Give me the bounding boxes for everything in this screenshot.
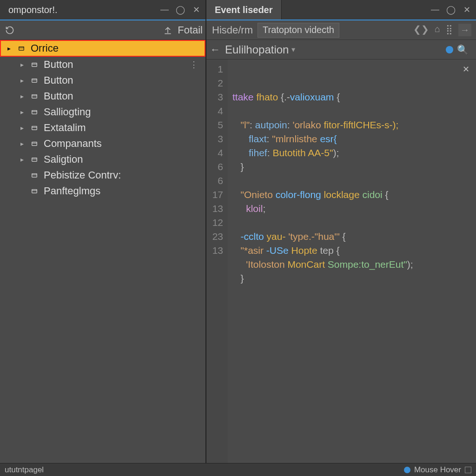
svg-rect-8: [32, 174, 37, 178]
line-number: 1: [206, 62, 223, 76]
status-indicator-icon: [404, 467, 410, 473]
tree-item-4[interactable]: ▸Salliogting: [0, 104, 205, 120]
tree-item-5[interactable]: ▸Extatalim: [0, 120, 205, 136]
line-number: 2: [206, 76, 223, 90]
expand-arrow-icon[interactable]: ▸: [20, 124, 27, 132]
minimize-button[interactable]: —: [430, 5, 440, 15]
line-number: 13: [206, 244, 223, 258]
line-number: 12: [206, 216, 223, 230]
hierarchy-icon[interactable]: ⣿: [446, 24, 453, 36]
line-number: 4: [206, 104, 223, 118]
status-right: Mouse Hover: [414, 465, 461, 475]
line-number: 3: [206, 90, 223, 104]
maximize-button[interactable]: ◯: [176, 5, 185, 15]
code-editor[interactable]: 1234534661713122313 ✕ ttake fhato {.-val…: [206, 60, 476, 463]
maximize-button[interactable]: ◯: [446, 5, 456, 15]
svg-rect-2: [32, 79, 37, 83]
svg-rect-0: [19, 47, 24, 51]
svg-rect-4: [32, 111, 37, 114]
tree-item-label: Button: [44, 90, 73, 102]
components-panel: omponstor!. — ◯ ✕ Fotail ▸Orrice▸Button⋮…: [0, 0, 206, 463]
line-number: 5: [206, 118, 223, 132]
tree-item-label: Button: [44, 59, 73, 71]
tree-item-7[interactable]: ▸Saligtion: [0, 152, 205, 167]
line-number: 13: [206, 202, 223, 216]
right-titlebar: Event liseder — ◯ ✕: [206, 0, 476, 20]
path-segment[interactable]: Hisde/rm: [209, 24, 256, 36]
more-icon[interactable]: ⋮: [190, 60, 198, 70]
expand-arrow-icon[interactable]: ▸: [20, 108, 27, 116]
status-bar: ututntpagel Mouse Hover: [0, 463, 476, 476]
breadcrumb-text[interactable]: Eulilhopation: [225, 43, 289, 56]
breadcrumb: ← Eulilhopation ▾ 🔍: [206, 40, 476, 60]
tree-item-8[interactable]: Pebistize Contrv:: [0, 167, 205, 183]
component-icon: [30, 172, 39, 179]
left-titlebar: omponstor!. — ◯ ✕: [0, 0, 205, 20]
component-icon: [30, 77, 39, 84]
tree-item-0[interactable]: ▸Orrice: [0, 40, 205, 57]
component-icon: [30, 156, 39, 163]
component-tree: ▸Orrice▸Button⋮▸Button▸Button▸Salliogtin…: [0, 40, 205, 463]
tree-item-label: Orrice: [31, 42, 59, 54]
svg-rect-7: [32, 158, 37, 162]
svg-rect-5: [32, 126, 37, 130]
expand-arrow-icon[interactable]: ▸: [20, 140, 27, 147]
line-number: 4: [206, 146, 223, 160]
close-button[interactable]: ✕: [462, 5, 471, 15]
upload-icon[interactable]: [161, 23, 175, 37]
line-number: 6: [206, 160, 223, 174]
tree-item-label: Saligtion: [44, 153, 83, 165]
svg-rect-9: [32, 190, 37, 193]
left-toolbar: Fotail: [0, 20, 205, 40]
left-panel-title: omponstor!.: [0, 0, 66, 20]
expand-arrow-icon[interactable]: ▸: [20, 156, 27, 163]
tree-item-9[interactable]: Panfteglmgs: [0, 183, 205, 199]
svg-rect-3: [32, 95, 37, 99]
chevron-down-icon[interactable]: ▾: [291, 45, 295, 54]
tree-item-label: Salliogting: [44, 106, 91, 118]
path-field[interactable]: Tratopton videcth: [258, 23, 339, 38]
expand-arrow-icon[interactable]: ▸: [20, 93, 27, 100]
component-icon: [30, 140, 39, 147]
close-icon[interactable]: ✕: [463, 62, 469, 76]
event-panel: Event liseder — ◯ ✕ Hisde/rm Tratopton v…: [206, 0, 476, 463]
line-number: 23: [206, 230, 223, 244]
refresh-icon[interactable]: [3, 23, 17, 37]
component-icon: [30, 61, 39, 68]
component-icon: [30, 124, 39, 132]
forward-icon[interactable]: →: [458, 24, 471, 36]
expand-arrow-icon[interactable]: ▸: [20, 77, 27, 84]
component-icon: [30, 187, 39, 195]
tree-item-label: Companants: [44, 138, 102, 150]
close-button[interactable]: ✕: [192, 5, 201, 15]
tree-item-label: Button: [44, 74, 73, 86]
tree-item-label: Panfteglmgs: [44, 185, 100, 197]
minimize-button[interactable]: —: [160, 5, 169, 15]
expand-arrow-icon[interactable]: ▸: [7, 45, 14, 52]
component-icon: [17, 45, 26, 52]
right-toolbar: Hisde/rm Tratopton videcth ❮❯ ⌂ ⣿ →: [206, 20, 476, 40]
back-icon[interactable]: ←: [210, 44, 220, 56]
tree-item-label: Extatalim: [44, 122, 86, 134]
search-icon[interactable]: 🔍: [457, 44, 469, 55]
line-gutter: 1234534661713122313: [206, 60, 228, 463]
home-icon[interactable]: ⌂: [435, 24, 440, 36]
right-panel-title[interactable]: Event liseder: [206, 0, 282, 20]
tree-item-3[interactable]: ▸Button: [0, 88, 205, 104]
code-area[interactable]: ✕ ttake fhato {.-valioxuam { "l": autpoi…: [228, 60, 476, 463]
tree-item-label: Pebistize Contrv:: [44, 169, 121, 181]
line-number: 17: [206, 188, 223, 202]
status-left: ututntpagel: [5, 465, 44, 475]
tree-item-1[interactable]: ▸Button⋮: [0, 57, 205, 73]
info-badge-icon[interactable]: [446, 46, 453, 53]
tree-item-2[interactable]: ▸Button: [0, 73, 205, 88]
status-box-icon[interactable]: [465, 467, 471, 473]
nav-back-icon[interactable]: ❮❯: [413, 24, 429, 36]
line-number: 6: [206, 174, 223, 188]
component-icon: [30, 93, 39, 100]
line-number: 3: [206, 132, 223, 146]
svg-rect-1: [32, 63, 37, 67]
tree-item-6[interactable]: ▸Companants: [0, 136, 205, 152]
expand-arrow-icon[interactable]: ▸: [20, 61, 27, 68]
component-icon: [30, 108, 39, 116]
